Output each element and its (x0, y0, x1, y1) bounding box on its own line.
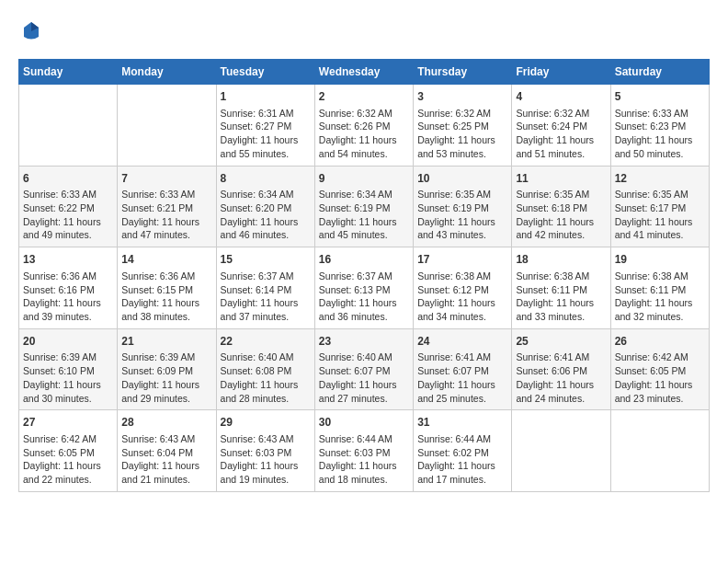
day-info: Sunrise: 6:34 AMSunset: 6:19 PMDaylight:… (319, 188, 409, 242)
page-header (18, 18, 710, 44)
day-number: 28 (121, 415, 211, 431)
day-info: Sunrise: 6:38 AMSunset: 6:11 PMDaylight:… (516, 270, 606, 324)
calendar-cell: 11Sunrise: 6:35 AMSunset: 6:18 PMDayligh… (512, 166, 610, 247)
calendar-cell: 24Sunrise: 6:41 AMSunset: 6:07 PMDayligh… (414, 328, 512, 410)
calendar-header-row: SundayMondayTuesdayWednesdayThursdayFrid… (19, 60, 710, 85)
calendar-cell (512, 410, 610, 492)
calendar-cell (19, 85, 118, 167)
day-number: 31 (417, 415, 507, 431)
day-info: Sunrise: 6:42 AMSunset: 6:05 PMDaylight:… (615, 350, 705, 405)
day-info: Sunrise: 6:36 AMSunset: 6:16 PMDaylight:… (23, 270, 113, 324)
day-number: 16 (319, 252, 409, 268)
day-number: 4 (516, 89, 606, 105)
day-number: 15 (221, 252, 311, 268)
calendar-cell: 6Sunrise: 6:33 AMSunset: 6:22 PMDaylight… (19, 166, 118, 247)
calendar-cell: 21Sunrise: 6:39 AMSunset: 6:09 PMDayligh… (118, 328, 216, 410)
calendar-cell: 12Sunrise: 6:35 AMSunset: 6:17 PMDayligh… (610, 166, 709, 247)
calendar-cell: 5Sunrise: 6:33 AMSunset: 6:23 PMDaylight… (610, 85, 709, 167)
day-info: Sunrise: 6:42 AMSunset: 6:05 PMDaylight:… (23, 432, 113, 487)
day-info: Sunrise: 6:43 AMSunset: 6:03 PMDaylight:… (221, 432, 311, 487)
day-number: 10 (417, 171, 507, 187)
day-number: 30 (319, 415, 409, 431)
day-number: 18 (516, 252, 606, 268)
day-info: Sunrise: 6:39 AMSunset: 6:10 PMDaylight:… (23, 350, 113, 405)
day-info: Sunrise: 6:32 AMSunset: 6:26 PMDaylight:… (319, 107, 409, 161)
day-info: Sunrise: 6:44 AMSunset: 6:02 PMDaylight:… (417, 432, 507, 487)
day-number: 26 (615, 334, 705, 350)
day-number: 3 (417, 89, 507, 105)
calendar-cell: 2Sunrise: 6:32 AMSunset: 6:26 PMDaylight… (314, 85, 413, 167)
calendar-cell: 1Sunrise: 6:31 AMSunset: 6:27 PMDaylight… (216, 85, 314, 167)
calendar-cell: 28Sunrise: 6:43 AMSunset: 6:04 PMDayligh… (118, 410, 216, 492)
week-row-5: 27Sunrise: 6:42 AMSunset: 6:05 PMDayligh… (19, 410, 710, 492)
calendar-cell: 17Sunrise: 6:38 AMSunset: 6:12 PMDayligh… (414, 247, 512, 329)
day-info: Sunrise: 6:33 AMSunset: 6:23 PMDaylight:… (615, 107, 705, 161)
calendar-cell: 25Sunrise: 6:41 AMSunset: 6:06 PMDayligh… (512, 328, 610, 410)
day-number: 11 (516, 171, 606, 187)
calendar-cell: 4Sunrise: 6:32 AMSunset: 6:24 PMDaylight… (512, 85, 610, 167)
day-info: Sunrise: 6:41 AMSunset: 6:07 PMDaylight:… (417, 350, 507, 405)
day-number: 24 (417, 334, 507, 350)
day-info: Sunrise: 6:39 AMSunset: 6:09 PMDaylight:… (121, 350, 211, 405)
day-info: Sunrise: 6:33 AMSunset: 6:22 PMDaylight:… (23, 188, 113, 242)
calendar-cell: 13Sunrise: 6:36 AMSunset: 6:16 PMDayligh… (19, 247, 118, 329)
day-info: Sunrise: 6:44 AMSunset: 6:03 PMDaylight:… (319, 432, 409, 487)
day-number: 29 (221, 415, 311, 431)
day-info: Sunrise: 6:41 AMSunset: 6:06 PMDaylight:… (516, 350, 606, 405)
day-info: Sunrise: 6:32 AMSunset: 6:25 PMDaylight:… (417, 107, 507, 161)
calendar-cell: 7Sunrise: 6:33 AMSunset: 6:21 PMDaylight… (118, 166, 216, 247)
calendar-cell: 10Sunrise: 6:35 AMSunset: 6:19 PMDayligh… (414, 166, 512, 247)
week-row-2: 6Sunrise: 6:33 AMSunset: 6:22 PMDaylight… (19, 166, 710, 247)
calendar-cell: 26Sunrise: 6:42 AMSunset: 6:05 PMDayligh… (610, 328, 709, 410)
day-number: 19 (615, 252, 705, 268)
calendar-cell: 29Sunrise: 6:43 AMSunset: 6:03 PMDayligh… (216, 410, 314, 492)
calendar-cell: 20Sunrise: 6:39 AMSunset: 6:10 PMDayligh… (19, 328, 118, 410)
calendar-cell: 14Sunrise: 6:36 AMSunset: 6:15 PMDayligh… (118, 247, 216, 329)
col-header-wednesday: Wednesday (314, 60, 413, 85)
calendar-cell: 8Sunrise: 6:34 AMSunset: 6:20 PMDaylight… (216, 166, 314, 247)
day-number: 23 (319, 334, 409, 350)
day-info: Sunrise: 6:35 AMSunset: 6:18 PMDaylight:… (516, 188, 606, 242)
calendar-cell: 27Sunrise: 6:42 AMSunset: 6:05 PMDayligh… (19, 410, 118, 492)
day-info: Sunrise: 6:37 AMSunset: 6:13 PMDaylight:… (319, 270, 409, 324)
calendar-cell (610, 410, 709, 492)
calendar-cell: 18Sunrise: 6:38 AMSunset: 6:11 PMDayligh… (512, 247, 610, 329)
logo-icon (18, 18, 44, 44)
day-number: 2 (319, 89, 409, 105)
calendar-cell (118, 85, 216, 167)
col-header-sunday: Sunday (19, 60, 118, 85)
day-number: 21 (121, 334, 211, 350)
day-number: 13 (23, 252, 113, 268)
col-header-tuesday: Tuesday (216, 60, 314, 85)
day-number: 20 (23, 334, 113, 350)
col-header-monday: Monday (118, 60, 216, 85)
day-info: Sunrise: 6:35 AMSunset: 6:19 PMDaylight:… (417, 188, 507, 242)
calendar-cell: 15Sunrise: 6:37 AMSunset: 6:14 PMDayligh… (216, 247, 314, 329)
day-info: Sunrise: 6:34 AMSunset: 6:20 PMDaylight:… (221, 188, 311, 242)
day-number: 25 (516, 334, 606, 350)
day-info: Sunrise: 6:40 AMSunset: 6:07 PMDaylight:… (319, 350, 409, 405)
day-info: Sunrise: 6:35 AMSunset: 6:17 PMDaylight:… (615, 188, 705, 242)
week-row-3: 13Sunrise: 6:36 AMSunset: 6:16 PMDayligh… (19, 247, 710, 329)
calendar-cell: 22Sunrise: 6:40 AMSunset: 6:08 PMDayligh… (216, 328, 314, 410)
day-number: 12 (615, 171, 705, 187)
col-header-saturday: Saturday (610, 60, 709, 85)
day-number: 22 (221, 334, 311, 350)
calendar-cell: 9Sunrise: 6:34 AMSunset: 6:19 PMDaylight… (314, 166, 413, 247)
col-header-friday: Friday (512, 60, 610, 85)
day-number: 8 (221, 171, 311, 187)
day-number: 7 (121, 171, 211, 187)
day-info: Sunrise: 6:31 AMSunset: 6:27 PMDaylight:… (221, 107, 311, 161)
day-info: Sunrise: 6:40 AMSunset: 6:08 PMDaylight:… (221, 350, 311, 405)
calendar-cell: 30Sunrise: 6:44 AMSunset: 6:03 PMDayligh… (314, 410, 413, 492)
day-number: 9 (319, 171, 409, 187)
day-number: 14 (121, 252, 211, 268)
day-number: 5 (615, 89, 705, 105)
week-row-1: 1Sunrise: 6:31 AMSunset: 6:27 PMDaylight… (19, 85, 710, 167)
day-number: 1 (221, 89, 311, 105)
calendar-cell: 3Sunrise: 6:32 AMSunset: 6:25 PMDaylight… (414, 85, 512, 167)
logo (18, 18, 50, 44)
day-info: Sunrise: 6:38 AMSunset: 6:12 PMDaylight:… (417, 270, 507, 324)
day-number: 27 (23, 415, 113, 431)
week-row-4: 20Sunrise: 6:39 AMSunset: 6:10 PMDayligh… (19, 328, 710, 410)
